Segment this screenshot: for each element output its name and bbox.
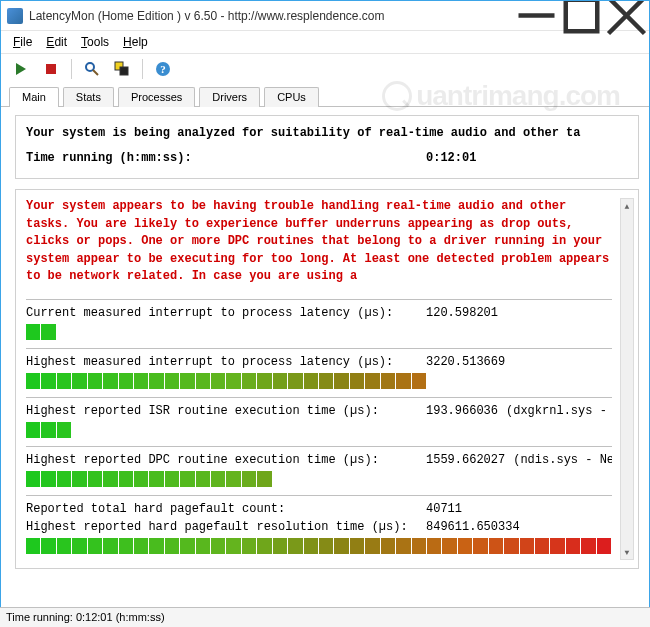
- main-content: Your system is being analyzed for suitab…: [1, 107, 649, 607]
- latency-bar: [26, 538, 612, 554]
- separator: [71, 59, 72, 79]
- metric-isr: Highest reported ISR routine execution t…: [26, 404, 612, 438]
- toolbar: ?: [1, 53, 649, 84]
- search-icon[interactable]: [80, 58, 104, 80]
- time-running-label: Time running (h:mm:ss):: [26, 149, 426, 168]
- metric-pagefault-time: Highest reported hard pagefault resoluti…: [26, 520, 612, 554]
- minimize-button[interactable]: [514, 1, 559, 31]
- latency-bar: [26, 373, 612, 389]
- metric-label: Reported total hard pagefault count:: [26, 502, 426, 516]
- metric-value: 1559.662027: [426, 453, 505, 467]
- metric-label: Highest measured interrupt to process la…: [26, 355, 426, 369]
- svg-marker-4: [16, 63, 26, 75]
- metric-label: Highest reported DPC routine execution t…: [26, 453, 426, 467]
- title-bar: LatencyMon (Home Edition ) v 6.50 - http…: [1, 1, 649, 31]
- metric-current-latency: Current measured interrupt to process la…: [26, 306, 612, 340]
- svg-rect-9: [120, 67, 128, 75]
- divider: [26, 348, 612, 349]
- divider: [26, 446, 612, 447]
- divider: [26, 495, 612, 496]
- analysis-panel: Your system is being analyzed for suitab…: [15, 115, 639, 179]
- metric-value: 849611.650334: [426, 520, 520, 534]
- menu-help[interactable]: Help: [117, 33, 154, 51]
- svg-rect-5: [46, 64, 56, 74]
- warning-text: Your system appears to be having trouble…: [26, 198, 612, 285]
- metric-value: 3220.513669: [426, 355, 505, 369]
- tab-main[interactable]: Main: [9, 87, 59, 107]
- metric-value: 193.966036: [426, 404, 498, 418]
- scrollbar[interactable]: ▲ ▼: [620, 198, 634, 560]
- svg-text:?: ?: [160, 63, 166, 75]
- tab-cpus[interactable]: CPUs: [264, 87, 319, 107]
- metric-value: 120.598201: [426, 306, 498, 320]
- windows-icon[interactable]: [110, 58, 134, 80]
- tab-stats[interactable]: Stats: [63, 87, 114, 107]
- divider: [26, 299, 612, 300]
- separator: [142, 59, 143, 79]
- metric-label: Highest reported hard pagefault resoluti…: [26, 520, 426, 534]
- menu-file[interactable]: File: [7, 33, 38, 51]
- window-title: LatencyMon (Home Edition ) v 6.50 - http…: [29, 9, 514, 23]
- latency-bar: [26, 422, 612, 438]
- svg-rect-1: [566, 0, 598, 31]
- diagnostics-panel: ▲ ▼ Your system appears to be having tro…: [15, 189, 639, 569]
- tab-processes[interactable]: Processes: [118, 87, 195, 107]
- metric-value: 40711: [426, 502, 462, 516]
- maximize-button[interactable]: [559, 1, 604, 31]
- metric-extra: (dxgkrnl.sys - Dire: [506, 404, 612, 418]
- metric-label: Highest reported ISR routine execution t…: [26, 404, 426, 418]
- stop-button[interactable]: [39, 58, 63, 80]
- menu-tools[interactable]: Tools: [75, 33, 115, 51]
- metric-highest-latency: Highest measured interrupt to process la…: [26, 355, 612, 389]
- scroll-up-icon[interactable]: ▲: [621, 199, 633, 213]
- tab-drivers[interactable]: Drivers: [199, 87, 260, 107]
- latency-bar: [26, 324, 612, 340]
- play-button[interactable]: [9, 58, 33, 80]
- divider: [26, 397, 612, 398]
- analysis-line: Your system is being analyzed for suitab…: [26, 124, 628, 143]
- time-running-value: 0:12:01: [426, 149, 476, 168]
- status-text: Time running: 0:12:01 (h:mm:ss): [6, 611, 165, 623]
- tab-bar: Main Stats Processes Drivers CPUs: [1, 86, 649, 107]
- help-icon[interactable]: ?: [151, 58, 175, 80]
- metric-pagefault-count: Reported total hard pagefault count: 407…: [26, 502, 612, 516]
- metric-dpc: Highest reported DPC routine execution t…: [26, 453, 612, 487]
- latency-bar: [26, 471, 612, 487]
- app-icon: [7, 8, 23, 24]
- scroll-down-icon[interactable]: ▼: [621, 545, 633, 559]
- close-button[interactable]: [604, 1, 649, 31]
- status-bar: Time running: 0:12:01 (h:mm:ss): [0, 607, 650, 627]
- svg-line-7: [93, 70, 98, 75]
- metric-extra: (ndis.sys - Networ: [513, 453, 612, 467]
- svg-point-6: [86, 63, 94, 71]
- menu-edit[interactable]: Edit: [40, 33, 73, 51]
- metric-label: Current measured interrupt to process la…: [26, 306, 426, 320]
